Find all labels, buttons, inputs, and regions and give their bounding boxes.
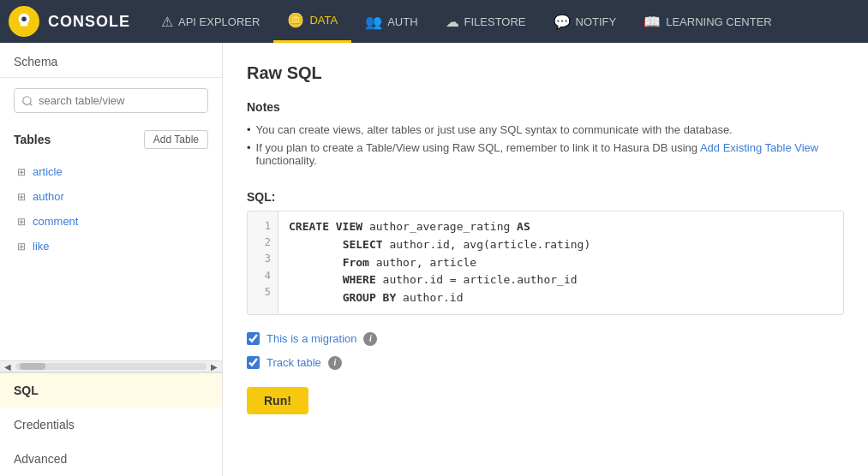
- note-text-1: You can create views, alter tables or ju…: [256, 123, 733, 136]
- api-explorer-icon: ⚠: [161, 14, 173, 30]
- top-nav: CONSOLE ⚠ API EXPLORER 🪙 DATA 👥 AUTH ☁ F…: [0, 0, 868, 43]
- nav-item-api-explorer[interactable]: ⚠ API EXPLORER: [147, 0, 273, 43]
- note-item-2: If you plan to create a Table/View using…: [247, 139, 844, 170]
- migration-info-icon[interactable]: i: [363, 332, 377, 346]
- sidebar-nav-advanced[interactable]: Advanced: [0, 442, 222, 476]
- app-title: CONSOLE: [48, 13, 130, 31]
- migration-checkbox[interactable]: [247, 332, 260, 345]
- nav-item-data[interactable]: 🪙 DATA: [273, 0, 351, 43]
- add-table-button[interactable]: Add Table: [144, 130, 208, 149]
- note-item-1: You can create views, alter tables or ju…: [247, 121, 844, 139]
- table-item-article[interactable]: ⊞ article: [0, 159, 222, 184]
- learning-center-icon: 📖: [644, 14, 661, 30]
- table-grid-icon: ⊞: [17, 166, 26, 178]
- app-logo[interactable]: CONSOLE: [9, 6, 130, 37]
- table-grid-icon: ⊞: [17, 191, 26, 203]
- notify-icon: 💬: [554, 14, 571, 30]
- svg-point-0: [21, 17, 27, 22]
- nav-items: ⚠ API EXPLORER 🪙 DATA 👥 AUTH ☁ FILESTORE…: [147, 0, 786, 43]
- sidebar-nav-sql[interactable]: SQL: [0, 373, 222, 408]
- table-name: comment: [33, 215, 78, 228]
- table-grid-icon: ⊞: [17, 216, 26, 228]
- table-list: ⊞ article ⊞ author ⊞ comment ⊞ like: [0, 156, 222, 360]
- main-content: Raw SQL Notes You can create views, alte…: [223, 43, 868, 476]
- line-numbers: 1 2 3 4 5: [248, 211, 278, 314]
- table-name: like: [33, 240, 50, 253]
- track-table-info-icon[interactable]: i: [328, 356, 342, 370]
- sidebar: Schema Tables Add Table ⊞ article ⊞ auth…: [0, 43, 223, 476]
- main-layout: Schema Tables Add Table ⊞ article ⊞ auth…: [0, 43, 868, 476]
- scroll-right-arrow[interactable]: ▶: [208, 362, 220, 372]
- table-grid-icon: ⊞: [17, 241, 26, 253]
- scrollbar-thumb[interactable]: [20, 363, 45, 370]
- table-item-like[interactable]: ⊞ like: [0, 234, 222, 259]
- track-table-option-row: Track table i: [247, 356, 844, 370]
- line-num-1: 1: [248, 218, 278, 235]
- sql-label: SQL:: [247, 190, 844, 204]
- nav-item-label: FILESTORE: [464, 15, 526, 28]
- sidebar-nav-credentials[interactable]: Credentials: [0, 408, 222, 442]
- line-num-4: 4: [248, 268, 278, 284]
- nav-item-label: AUTH: [387, 15, 417, 28]
- track-table-label[interactable]: Track table: [266, 356, 321, 369]
- sidebar-nav-items: SQL Credentials Advanced: [0, 372, 222, 476]
- track-table-checkbox[interactable]: [247, 356, 260, 369]
- add-existing-table-link[interactable]: Add Existing Table View: [700, 141, 818, 154]
- nav-item-auth[interactable]: 👥 AUTH: [351, 0, 431, 43]
- table-item-comment[interactable]: ⊞ comment: [0, 209, 222, 234]
- table-name: article: [33, 165, 63, 178]
- nav-item-notify[interactable]: 💬 NOTIFY: [540, 0, 631, 43]
- run-button[interactable]: Run!: [247, 387, 308, 414]
- page-title: Raw SQL: [247, 63, 844, 83]
- notes-list: You can create views, alter tables or ju…: [247, 121, 844, 170]
- note-text-2: If you plan to create a Table/View using…: [256, 141, 844, 167]
- table-item-author[interactable]: ⊞ author: [0, 184, 222, 209]
- notes-title: Notes: [247, 100, 844, 114]
- migration-option-row: This is a migration i: [247, 332, 844, 346]
- line-num-3: 3: [248, 251, 278, 267]
- options-section: This is a migration i Track table i: [247, 332, 844, 370]
- nav-item-label: LEARNING CENTER: [666, 15, 772, 28]
- tables-section-header: Tables Add Table: [0, 123, 222, 156]
- line-num-5: 5: [248, 284, 278, 300]
- sql-code[interactable]: CREATE VIEW author_average_rating AS SEL…: [278, 211, 843, 314]
- scroll-left-arrow[interactable]: ◀: [2, 362, 14, 372]
- filestore-icon: ☁: [446, 14, 459, 30]
- notes-section: Notes You can create views, alter tables…: [247, 100, 844, 170]
- nav-item-label: NOTIFY: [576, 15, 617, 28]
- logo-icon: [9, 6, 39, 37]
- nav-item-filestore[interactable]: ☁ FILESTORE: [432, 0, 540, 43]
- nav-item-label: API EXPLORER: [178, 15, 260, 28]
- nav-item-learning-center[interactable]: 📖 LEARNING CENTER: [630, 0, 786, 43]
- search-input[interactable]: [14, 88, 208, 113]
- tables-label: Tables: [14, 133, 51, 146]
- horizontal-scrollbar[interactable]: ◀ ▶: [0, 360, 222, 372]
- sql-editor[interactable]: 1 2 3 4 5 CREATE VIEW author_average_rat…: [247, 211, 844, 315]
- line-num-2: 2: [248, 235, 278, 251]
- sidebar-search-container: [0, 78, 222, 123]
- scrollbar-track: [15, 363, 207, 370]
- auth-icon: 👥: [365, 14, 382, 30]
- nav-item-label: DATA: [309, 14, 338, 27]
- table-name: author: [33, 190, 64, 203]
- schema-label: Schema: [0, 43, 222, 78]
- data-icon: 🪙: [287, 12, 304, 28]
- migration-label[interactable]: This is a migration: [266, 332, 356, 345]
